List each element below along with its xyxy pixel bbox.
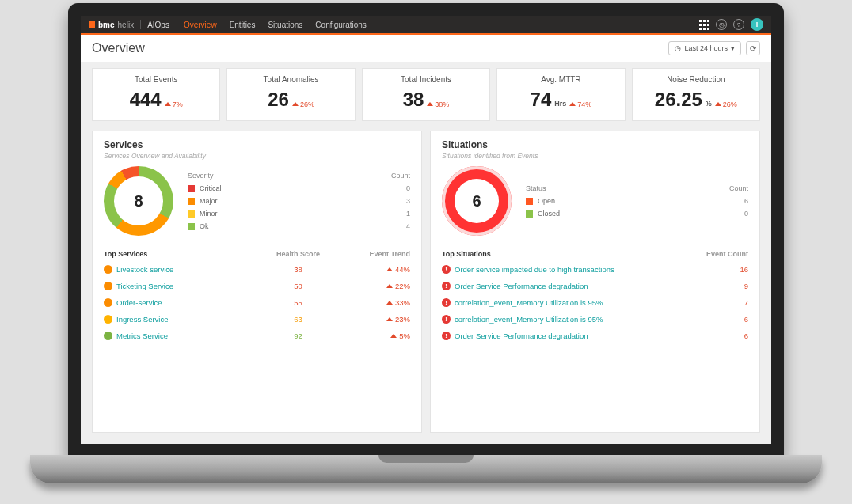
kpi-value: 444	[130, 89, 162, 111]
module-name: AIOps	[147, 21, 169, 29]
event-trend: 44%	[336, 265, 410, 274]
kpi-card[interactable]: Total Events4447%	[92, 68, 220, 121]
service-link[interactable]: Metrics Service	[116, 332, 168, 340]
kpi-label: Avg. MTTR	[541, 75, 580, 84]
kpi-value: 26.25	[655, 89, 702, 111]
kpi-label: Noise Reduction	[667, 75, 725, 84]
up-triangle-icon	[427, 102, 433, 106]
situation-row[interactable]: !correlation_event_Memory Utilization is…	[442, 294, 748, 311]
service-link[interactable]: Livestock service	[116, 265, 173, 274]
col-event-trend: Event Trend	[336, 250, 410, 258]
severity-name: Major	[200, 197, 218, 205]
service-health-dot-icon	[104, 265, 112, 274]
situation-link[interactable]: correlation_event_Memory Utilization is …	[455, 315, 603, 324]
severity-count: 4	[406, 222, 410, 230]
service-link[interactable]: Ingress Service	[116, 315, 168, 324]
status-row: Closed0	[526, 207, 748, 220]
status-col-count: Count	[729, 184, 748, 192]
help-icon[interactable]: ?	[733, 19, 744, 30]
severity-swatch-icon	[188, 185, 195, 192]
kpi-value: 26	[268, 89, 289, 111]
service-health-dot-icon	[104, 282, 112, 290]
situation-row[interactable]: !correlation_event_Memory Utilization is…	[442, 311, 748, 328]
service-row[interactable]: Ticketing Service5022%	[104, 278, 410, 294]
service-row[interactable]: Ingress Service6323%	[104, 311, 410, 328]
services-title: Services	[104, 139, 410, 150]
alert-dot-icon: !	[442, 282, 451, 290]
kpi-card[interactable]: Noise Reduction26.25%26%	[632, 68, 760, 121]
brand: bmc helix AIOps	[81, 20, 177, 29]
situation-row[interactable]: !Order service impacted due to high tran…	[442, 261, 748, 278]
health-score: 55	[261, 298, 335, 307]
kpi-value: 38	[403, 89, 424, 111]
nav-overview[interactable]: Overview	[177, 21, 223, 29]
situation-row[interactable]: !Order Service Performance degradation9	[442, 278, 748, 294]
status-swatch-icon	[526, 210, 533, 218]
event-trend: 5%	[336, 332, 410, 340]
avatar[interactable]: I	[751, 18, 763, 31]
situations-panel: Situations Situations identified from Ev…	[430, 131, 760, 433]
service-link[interactable]: Order-service	[116, 298, 162, 307]
service-row[interactable]: Livestock service3844%	[104, 261, 410, 278]
severity-count: 3	[406, 197, 410, 205]
severity-row: Ok4	[188, 220, 410, 233]
up-triangle-icon	[165, 102, 171, 106]
top-services-title: Top Services	[104, 250, 147, 258]
situation-link[interactable]: correlation_event_Memory Utilization is …	[455, 298, 603, 307]
top-situations-title: Top Situations	[442, 250, 491, 258]
service-health-dot-icon	[104, 315, 112, 324]
kpi-value: 74	[531, 89, 552, 111]
event-trend: 23%	[336, 315, 410, 324]
severity-legend: Severity Count Critical0Major3Minor1Ok4	[188, 169, 410, 233]
nav-entities[interactable]: Entities	[223, 21, 262, 29]
situation-link[interactable]: Order Service Performance degradation	[455, 282, 588, 290]
service-link[interactable]: Ticketing Service	[116, 282, 173, 290]
nav-configurations[interactable]: Configurations	[309, 21, 372, 29]
severity-name: Ok	[200, 222, 209, 230]
situation-link[interactable]: Order Service Performance degradation	[455, 332, 588, 340]
nav-situations[interactable]: Situations	[261, 21, 309, 29]
status-name: Closed	[538, 210, 560, 218]
situation-row[interactable]: !Order Service Performance degradation6	[442, 328, 748, 344]
situations-subtitle: Situations identified from Events	[442, 152, 748, 160]
services-panel: Services Services Overview and Availabil…	[92, 131, 422, 433]
health-score: 50	[261, 282, 335, 290]
severity-col-name: Severity	[188, 172, 214, 180]
severity-name: Minor	[200, 210, 218, 218]
health-score: 92	[261, 332, 335, 340]
status-swatch-icon	[526, 198, 533, 205]
service-row[interactable]: Order-service5533%	[104, 294, 410, 311]
kpi-card[interactable]: Avg. MTTR74Hrs74%	[496, 68, 625, 121]
service-health-dot-icon	[104, 298, 112, 307]
brand-name-2: helix	[118, 21, 135, 29]
kpi-card[interactable]: Total Anomalies2626%	[226, 68, 355, 121]
clock-icon[interactable]: ◷	[716, 19, 727, 30]
service-row[interactable]: Metrics Service925%	[104, 328, 410, 344]
alert-dot-icon: !	[442, 298, 451, 307]
refresh-button[interactable]: ⟳	[746, 41, 760, 55]
title-row: Overview ◷ Last 24 hours ▾ ⟳	[81, 35, 771, 62]
status-count: 0	[744, 210, 748, 218]
brand-name-1: bmc	[98, 21, 115, 29]
up-triangle-icon	[386, 267, 393, 271]
time-range-picker[interactable]: ◷ Last 24 hours ▾	[668, 41, 741, 55]
service-health-dot-icon	[104, 332, 112, 340]
up-triangle-icon	[715, 102, 721, 106]
kpi-label: Total Anomalies	[264, 75, 319, 84]
event-count: 9	[675, 282, 748, 290]
situation-link[interactable]: Order service impacted due to high trans…	[455, 265, 614, 274]
main-nav: OverviewEntitiesSituationsConfigurations	[177, 21, 373, 29]
app-grid-icon[interactable]	[699, 20, 709, 30]
kpi-card[interactable]: Total Incidents3838%	[362, 68, 490, 121]
alert-dot-icon: !	[442, 315, 451, 324]
kpi-unit: %	[706, 100, 712, 108]
event-count: 6	[675, 332, 748, 340]
col-event-count: Event Count	[675, 250, 748, 258]
up-triangle-icon	[386, 284, 393, 288]
event-trend: 22%	[336, 282, 410, 290]
kpi-row: Total Events4447%Total Anomalies2626%Tot…	[81, 62, 771, 127]
situations-title: Situations	[442, 139, 748, 150]
kpi-label: Total Events	[135, 75, 177, 84]
event-count: 16	[675, 265, 748, 274]
brand-divider	[140, 20, 141, 29]
